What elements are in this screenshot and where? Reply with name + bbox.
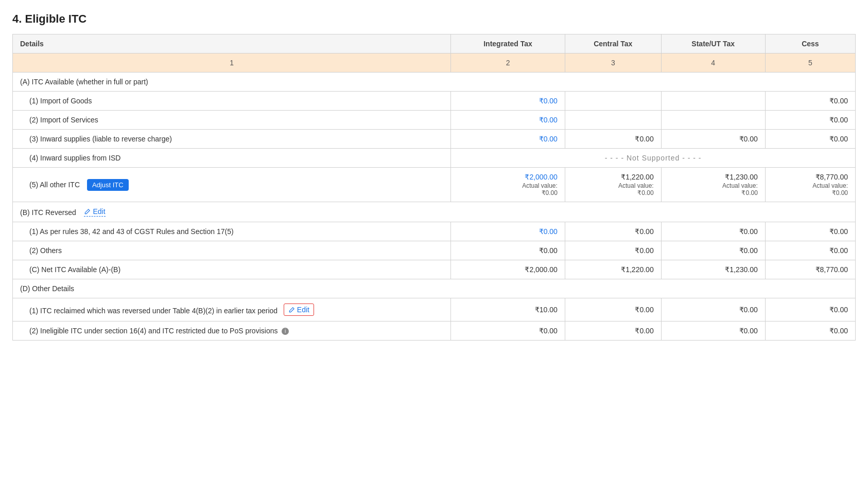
row-itc-reclaimed-col3: ₹0.00: [565, 298, 661, 322]
section-d-header: (D) Other Details: [13, 279, 856, 298]
col-state-ut-tax-header: State/UT Tax: [661, 34, 765, 53]
row-all-other-itc-col4-value: ₹1,230.00: [669, 173, 758, 181]
row-all-other-itc-col5-value: ₹8,770.00: [773, 173, 848, 181]
col-details-header: Details: [13, 34, 451, 53]
row-all-other-itc-col5: ₹8,770.00 Actual value: ₹0.00: [765, 168, 855, 202]
row-all-other-itc-col4-actual-label: Actual value: ₹0.00: [669, 182, 758, 197]
row-ineligible-itc-text: (2) Ineligible ITC under section 16(4) a…: [29, 327, 277, 335]
section-b-text: (B) ITC Reversed: [20, 208, 76, 217]
section-b-edit-button[interactable]: Edit: [84, 207, 105, 217]
col-central-tax-header: Central Tax: [565, 34, 661, 53]
row-import-services-col3: [565, 111, 661, 130]
section-b-edit-label: Edit: [93, 207, 105, 216]
row-cgst-rules: (1) As per rules 38, 42 and 43 of CGST R…: [13, 222, 856, 241]
row-itc-reclaimed-label: (1) ITC reclaimed which was reversed und…: [13, 298, 451, 322]
row-cgst-rules-col3: ₹0.00: [565, 222, 661, 241]
col3-actual-value: ₹0.00: [637, 189, 653, 197]
row-itc-reclaimed-edit-button[interactable]: Edit: [284, 303, 314, 316]
row-itc-reclaimed-col2: ₹10.00: [451, 298, 565, 322]
col5-actual-value: ₹0.00: [832, 189, 848, 197]
row-others-label: (2) Others: [13, 241, 451, 260]
row-inward-rc-label: (3) Inward supplies (liable to reverse c…: [13, 130, 451, 149]
row-net-itc-col2: ₹2,000.00: [451, 260, 565, 279]
row-import-goods-label: (1) Import of Goods: [13, 92, 451, 111]
row-others-col5: ₹0.00: [765, 241, 855, 260]
row-all-other-itc-col5-actual-label: Actual value: ₹0.00: [773, 182, 848, 197]
col-num-2: 2: [451, 53, 565, 73]
col4-actual-label: Actual value:: [722, 182, 758, 189]
info-icon: i: [282, 328, 289, 335]
row-others-col3: ₹0.00: [565, 241, 661, 260]
col-integrated-tax-header: Integrated Tax: [451, 34, 565, 53]
row-others-col2: ₹0.00: [451, 241, 565, 260]
row-inward-rc-col4: ₹0.00: [661, 130, 765, 149]
pencil-icon: [84, 208, 91, 215]
row-all-other-itc-col3-actual-label: Actual value: ₹0.00: [572, 182, 654, 197]
row-net-itc: (C) Net ITC Available (A)-(B) ₹2,000.00 …: [13, 260, 856, 279]
row-inward-rc-col5: ₹0.00: [765, 130, 855, 149]
col-num-5: 5: [765, 53, 855, 73]
row-all-other-itc: (5) All other ITC Adjust ITC ₹2,000.00 A…: [13, 168, 856, 202]
row-ineligible-itc: (2) Ineligible ITC under section 16(4) a…: [13, 322, 856, 341]
row-itc-reclaimed-edit-label: Edit: [297, 306, 309, 314]
row-all-other-itc-text: (5) All other ITC: [29, 181, 80, 189]
row-itc-reclaimed-col5: ₹0.00: [765, 298, 855, 322]
row-net-itc-col3: ₹1,220.00: [565, 260, 661, 279]
row-ineligible-itc-col3: ₹0.00: [565, 322, 661, 341]
col-num-3: 3: [565, 53, 661, 73]
row-isd: (4) Inward supplies from ISD - - - - Not…: [13, 149, 856, 168]
row-isd-label: (4) Inward supplies from ISD: [13, 149, 451, 168]
col-cess-header: Cess: [765, 34, 855, 53]
col-num-1: 1: [13, 53, 451, 73]
col-number-row: 1 2 3 4 5: [13, 53, 856, 73]
row-import-services-label: (2) Import of Services: [13, 111, 451, 130]
row-all-other-itc-col2: ₹2,000.00 Actual value: ₹0.00: [451, 168, 565, 202]
row-import-goods-col3: [565, 92, 661, 111]
section-b-label: (B) ITC Reversed Edit: [13, 202, 856, 222]
col2-actual-label: Actual value:: [522, 182, 558, 189]
col4-actual-value: ₹0.00: [741, 189, 757, 197]
col-num-4: 4: [661, 53, 765, 73]
row-ineligible-itc-label: (2) Ineligible ITC under section 16(4) a…: [13, 322, 451, 341]
row-import-goods: (1) Import of Goods ₹0.00 ₹0.00: [13, 92, 856, 111]
row-all-other-itc-col3-value: ₹1,220.00: [572, 173, 654, 181]
row-inward-rc-col3: ₹0.00: [565, 130, 661, 149]
row-all-other-itc-col2-value: ₹2,000.00: [458, 173, 558, 181]
section-a-label: (A) ITC Available (whether in full or pa…: [13, 73, 856, 92]
row-others-col4: ₹0.00: [661, 241, 765, 260]
row-import-goods-col2[interactable]: ₹0.00: [451, 92, 565, 111]
row-all-other-itc-col4: ₹1,230.00 Actual value: ₹0.00: [661, 168, 765, 202]
row-inward-rc-col2[interactable]: ₹0.00: [451, 130, 565, 149]
row-itc-reclaimed: (1) ITC reclaimed which was reversed und…: [13, 298, 856, 322]
row-cgst-rules-label: (1) As per rules 38, 42 and 43 of CGST R…: [13, 222, 451, 241]
row-ineligible-itc-col4: ₹0.00: [661, 322, 765, 341]
row-all-other-itc-col3: ₹1,220.00 Actual value: ₹0.00: [565, 168, 661, 202]
col3-actual-label: Actual value:: [618, 182, 654, 189]
row-import-services-col2[interactable]: ₹0.00: [451, 111, 565, 130]
row-all-other-itc-label: (5) All other ITC Adjust ITC: [13, 168, 451, 202]
row-isd-not-supported: - - - - Not Supported - - - -: [451, 149, 856, 168]
row-others: (2) Others ₹0.00 ₹0.00 ₹0.00 ₹0.00: [13, 241, 856, 260]
section-b-header: (B) ITC Reversed Edit: [13, 202, 856, 222]
row-net-itc-col5: ₹8,770.00: [765, 260, 855, 279]
adjust-itc-button[interactable]: Adjust ITC: [87, 179, 129, 191]
itc-table: Details Integrated Tax Central Tax State…: [12, 34, 856, 341]
row-ineligible-itc-col2: ₹0.00: [451, 322, 565, 341]
row-import-services: (2) Import of Services ₹0.00 ₹0.00: [13, 111, 856, 130]
section-title: 4. Eligible ITC: [12, 12, 856, 26]
row-import-services-col4: [661, 111, 765, 130]
row-net-itc-col4: ₹1,230.00: [661, 260, 765, 279]
row-itc-reclaimed-col4: ₹0.00: [661, 298, 765, 322]
section-a-header: (A) ITC Available (whether in full or pa…: [13, 73, 856, 92]
row-cgst-rules-col4: ₹0.00: [661, 222, 765, 241]
row-net-itc-label: (C) Net ITC Available (A)-(B): [13, 260, 451, 279]
row-import-goods-col4: [661, 92, 765, 111]
row-import-services-col5: ₹0.00: [765, 111, 855, 130]
col5-actual-label: Actual value:: [812, 182, 848, 189]
row-cgst-rules-col2[interactable]: ₹0.00: [451, 222, 565, 241]
row8-pencil-icon: [288, 307, 295, 313]
col2-actual-value: ₹0.00: [542, 189, 558, 197]
row-ineligible-itc-col5: ₹0.00: [765, 322, 855, 341]
row-all-other-itc-col2-actual-label: Actual value: ₹0.00: [458, 182, 558, 197]
row-cgst-rules-col5: ₹0.00: [765, 222, 855, 241]
